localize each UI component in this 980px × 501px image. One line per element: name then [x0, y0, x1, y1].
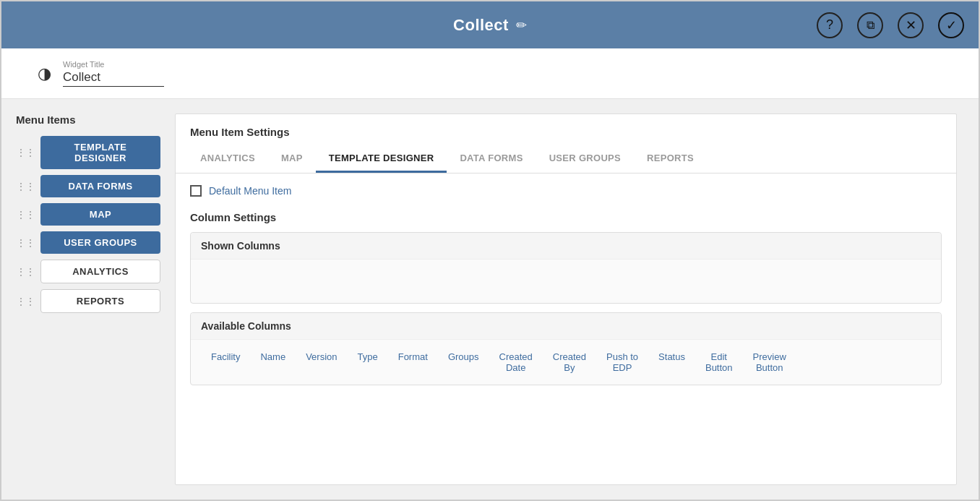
- settings-panel-title: Menu Item Settings: [176, 114, 956, 138]
- copy-icon[interactable]: ⧉: [857, 12, 883, 38]
- app-container: Collect ✏ ? ⧉ ✕ ✓ ◑ Widget Title Collect…: [0, 0, 980, 501]
- close-icon[interactable]: ✕: [898, 12, 924, 38]
- column-chip-push-to-edp[interactable]: Push to EDP: [596, 347, 648, 377]
- analytics-button[interactable]: ANALYTICS: [40, 260, 160, 283]
- tab-map[interactable]: MAP: [268, 145, 316, 173]
- sidebar: Menu Items ⋮⋮ TEMPLATE DESIGNER ⋮⋮ DATA …: [16, 114, 160, 485]
- main-content: Menu Items ⋮⋮ TEMPLATE DESIGNER ⋮⋮ DATA …: [1, 99, 979, 500]
- tab-analytics[interactable]: ANALYTICS: [187, 145, 268, 173]
- sidebar-item-template-designer[interactable]: ⋮⋮ TEMPLATE DESIGNER: [16, 136, 160, 169]
- column-chip-name[interactable]: Name: [250, 347, 296, 367]
- sidebar-item-user-groups[interactable]: ⋮⋮ USER GROUPS: [16, 231, 160, 254]
- widget-title-input[interactable]: Collect: [63, 70, 164, 87]
- tab-user-groups[interactable]: USER GROUPS: [536, 145, 634, 173]
- available-columns-title: Available Columns: [191, 313, 941, 340]
- drag-handle-icon[interactable]: ⋮⋮: [16, 147, 35, 158]
- contrast-icon: ◑: [38, 64, 51, 83]
- column-chip-type[interactable]: Type: [348, 347, 388, 367]
- drag-handle-icon[interactable]: ⋮⋮: [16, 296, 35, 307]
- widget-title-area: ◑ Widget Title Collect: [1, 48, 979, 99]
- template-designer-button[interactable]: TEMPLATE DESIGNER: [40, 136, 160, 169]
- column-chip-edit-button[interactable]: Edit Button: [695, 347, 743, 377]
- drag-handle-icon[interactable]: ⋮⋮: [16, 238, 35, 248]
- shown-columns-content: [191, 260, 941, 303]
- shown-columns-box: Shown Columns: [190, 232, 942, 304]
- column-chip-version[interactable]: Version: [296, 347, 347, 367]
- drag-handle-icon[interactable]: ⋮⋮: [16, 210, 35, 220]
- available-columns-box: Available Columns Facility Name Version …: [190, 312, 942, 385]
- column-chip-status[interactable]: Status: [648, 347, 695, 367]
- drag-handle-icon[interactable]: ⋮⋮: [16, 181, 35, 192]
- user-groups-button[interactable]: USER GROUPS: [40, 231, 160, 254]
- column-chip-format[interactable]: Format: [388, 347, 438, 367]
- sidebar-title: Menu Items: [16, 114, 160, 126]
- tab-template-designer[interactable]: TEMPLATE DESIGNER: [316, 145, 447, 173]
- available-columns-list: Facility Name Version Type Format Groups…: [191, 340, 941, 385]
- column-chip-created-date[interactable]: Created Date: [489, 347, 543, 377]
- default-menu-item-label: Default Menu Item: [209, 185, 291, 197]
- column-chip-groups[interactable]: Groups: [438, 347, 489, 367]
- column-settings-title: Column Settings: [190, 211, 942, 223]
- map-button[interactable]: MAP: [40, 203, 160, 226]
- check-icon[interactable]: ✓: [938, 12, 964, 38]
- sidebar-item-reports[interactable]: ⋮⋮ REPORTS: [16, 289, 160, 313]
- header-title: Collect: [453, 16, 509, 35]
- column-chip-created-by[interactable]: Created By: [543, 347, 596, 377]
- drag-handle-icon[interactable]: ⋮⋮: [16, 267, 35, 277]
- column-chip-preview-button[interactable]: Preview Button: [743, 347, 796, 377]
- sidebar-item-analytics[interactable]: ⋮⋮ ANALYTICS: [16, 260, 160, 283]
- default-menu-item-row: Default Menu Item: [190, 185, 942, 197]
- tab-data-forms[interactable]: DATA FORMS: [447, 145, 536, 173]
- default-menu-item-checkbox[interactable]: [190, 185, 202, 197]
- header-actions: ? ⧉ ✕ ✓: [817, 12, 964, 38]
- tab-content: Default Menu Item Column Settings Shown …: [176, 174, 956, 484]
- help-icon[interactable]: ?: [817, 12, 843, 38]
- reports-button[interactable]: REPORTS: [40, 289, 160, 313]
- widget-title-label: Widget Title: [63, 60, 164, 69]
- header: Collect ✏ ? ⧉ ✕ ✓: [1, 1, 979, 48]
- widget-title-block: Widget Title Collect: [63, 60, 164, 87]
- tabs: ANALYTICS MAP TEMPLATE DESIGNER DATA FOR…: [176, 145, 956, 174]
- shown-columns-title: Shown Columns: [191, 233, 941, 260]
- settings-panel: Menu Item Settings ANALYTICS MAP TEMPLAT…: [175, 114, 957, 485]
- tab-reports[interactable]: REPORTS: [634, 145, 707, 173]
- sidebar-item-map[interactable]: ⋮⋮ MAP: [16, 203, 160, 226]
- edit-icon[interactable]: ✏: [516, 17, 527, 33]
- data-forms-button[interactable]: DATA FORMS: [40, 175, 160, 197]
- sidebar-item-data-forms[interactable]: ⋮⋮ DATA FORMS: [16, 175, 160, 197]
- column-chip-facility[interactable]: Facility: [201, 347, 250, 367]
